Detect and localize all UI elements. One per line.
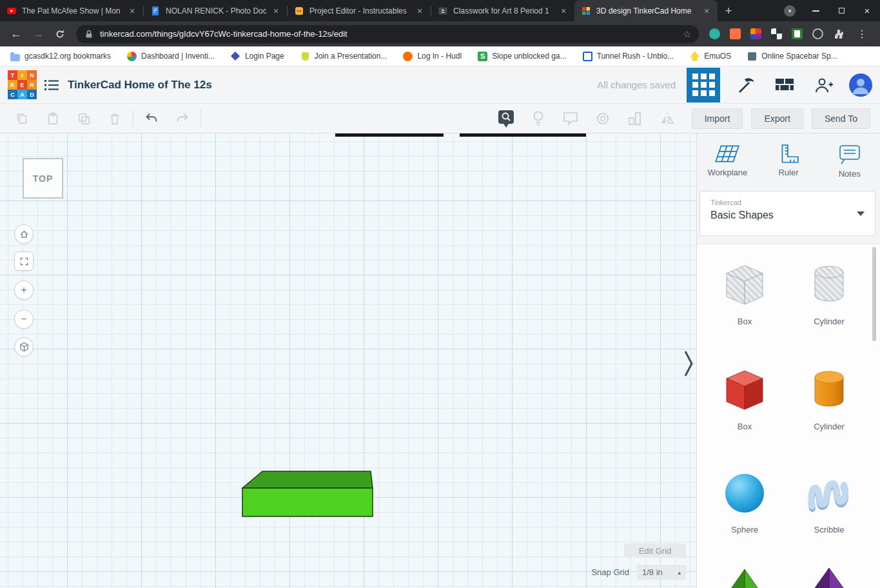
window-controls: ▾ × [777,0,880,21]
send-to-button[interactable]: Send To [812,108,870,129]
bookmark-presentation[interactable]: Join a Presentation... [300,51,387,62]
panel-scrollbar[interactable] [872,247,876,341]
bookmarks-bar: gcasdk12.org bookmarks Dashboard | Inven… [0,46,880,66]
tab-close-icon[interactable]: × [702,6,711,15]
pickaxe-icon [736,75,755,95]
extension-icon-sheets[interactable] [792,28,803,39]
comment-button[interactable] [554,106,587,132]
undo-button[interactable] [136,106,167,132]
blocks-button[interactable] [770,71,799,99]
hint-button[interactable] [522,106,554,132]
redo-button[interactable] [167,106,198,132]
selected-green-box-shape[interactable] [239,467,376,520]
shape-scribble[interactable]: Scribble [790,467,868,534]
logo-tile: A [17,90,27,99]
bookmark-slope[interactable]: Slope unblocked ga... [478,52,566,61]
hole-button[interactable] [587,106,619,132]
ring-icon [595,111,611,126]
striped-cylinder-icon [803,259,855,311]
copy-button[interactable] [6,106,37,132]
tools-button[interactable] [731,71,759,99]
extension-icon-qr[interactable] [771,28,782,39]
redo-icon [175,112,190,126]
browser-tab-bar: The Pat McAfee Show | Mon × NOLAN RENICK… [0,0,880,21]
tab-close-icon[interactable]: × [415,6,424,15]
delete-button[interactable] [99,106,130,132]
tinkercad-logo[interactable]: TINKERCAD [8,70,37,99]
ruler-tool[interactable]: Ruler [758,144,819,179]
mirror-button[interactable] [651,106,683,132]
tab-classwork[interactable]: Classwork for Art 8 Period 1 × [431,0,574,21]
url-text[interactable]: tinkercad.com/things/gIdcvY67cWc-tinkerc… [100,29,677,39]
import-button[interactable]: Import [692,108,743,129]
window-minimize-button[interactable] [803,0,828,21]
shape-partial-purple[interactable] [790,567,868,588]
bookmark-login-page[interactable]: Login Page [231,52,284,61]
profile-avatar[interactable] [849,74,872,97]
paste-button[interactable] [37,106,68,132]
browser-menu-icon[interactable]: ⋮ [854,28,870,40]
workplane-tool[interactable]: Workplane [697,144,758,179]
blocks-view-button[interactable] [687,68,720,103]
notes-tool[interactable]: Notes [819,144,880,179]
address-bar[interactable]: tinkercad.com/things/gIdcvY67cWc-tinkerc… [76,25,699,43]
tab-close-icon[interactable]: × [271,6,280,15]
bookmark-hudl[interactable]: Log In - Hudl [403,52,462,61]
forward-button[interactable]: → [27,23,49,45]
tab-pat-mcafee[interactable]: The Pat McAfee Show | Mon × [0,0,143,21]
window-close-button[interactable]: × [854,0,880,21]
edit-grid-button[interactable]: Edit Grid [624,544,686,558]
media-controls-button[interactable]: ▾ [777,0,803,21]
snap-grid-select[interactable]: 1/8 in ▴ [637,565,686,580]
extension-icon-teal[interactable] [709,28,720,39]
window-restore-button[interactable] [828,0,854,21]
new-tab-button[interactable]: + [718,0,739,21]
extension-icon-pixels[interactable] [750,28,761,39]
zoom-out-button[interactable]: − [14,309,34,329]
bookmark-dashboard[interactable]: Dashboard | Inventi... [127,52,215,61]
shape-partial-green[interactable] [706,567,783,588]
folder-icon [10,54,20,61]
shape-cylinder-hole[interactable]: Cylinder [790,259,868,326]
home-view-button[interactable] [14,224,34,244]
bookmark-folder[interactable]: gcasdk12.org bookmarks [10,52,111,61]
duplicate-button[interactable] [68,106,99,132]
bookmark-spacebar[interactable]: Online Spacebar Sp... [747,52,837,61]
tab-close-icon[interactable]: × [128,6,137,15]
shape-sphere[interactable]: Sphere [706,467,783,534]
logo-tile: I [17,70,27,80]
shape-box-hole[interactable]: Box [706,259,783,326]
shape-label: Box [738,317,752,326]
annotation-button[interactable] [490,106,522,132]
tab-tinkercad-active[interactable]: 3D design TinkerCad Home × [574,0,718,21]
shape-box[interactable]: Box [706,364,783,431]
design-title[interactable]: TinkerCad Home of The 12s [68,79,212,92]
group-button[interactable] [619,106,651,132]
duplicate-icon [77,112,91,126]
view-cube[interactable]: TOP [23,158,63,199]
fit-view-button[interactable] [14,251,34,271]
perspective-button[interactable] [14,337,34,357]
zoom-in-button[interactable]: + [14,280,34,300]
tab-instructables[interactable]: Project Editor - Instructables × [288,0,431,21]
trash-icon [108,112,122,126]
export-button[interactable]: Export [751,108,803,129]
design-menu-icon[interactable] [43,78,60,92]
snap-grid-bar: Snap Grid 1/8 in ▴ [591,565,686,580]
bookmark-star-icon[interactable]: ☆ [683,29,691,39]
copy-icon [15,112,29,126]
panel-collapse-handle[interactable] [683,349,694,378]
bookmark-tunnel-rush[interactable]: Tunnel Rush - Unblo... [583,52,674,61]
extension-icon-shield[interactable] [730,28,741,39]
refresh-button[interactable] [49,23,71,45]
shape-library-dropdown[interactable]: Tinkercad Basic Shapes [699,191,875,236]
invite-button[interactable] [810,71,838,99]
back-button[interactable]: ← [5,23,27,45]
tab-photo-doc[interactable]: NOLAN RENICK - Photo Doc × [144,0,287,21]
extension-icon-ring[interactable] [812,28,823,39]
shape-cylinder[interactable]: Cylinder [790,364,868,431]
extensions-puzzle-icon[interactable] [833,28,845,40]
design-canvas[interactable]: TOP + − Edit Grid Snap Grid 1/8 in ▴ [0,133,696,588]
tab-close-icon[interactable]: × [559,6,568,15]
bookmark-emuos[interactable]: EmuOS [690,52,731,61]
